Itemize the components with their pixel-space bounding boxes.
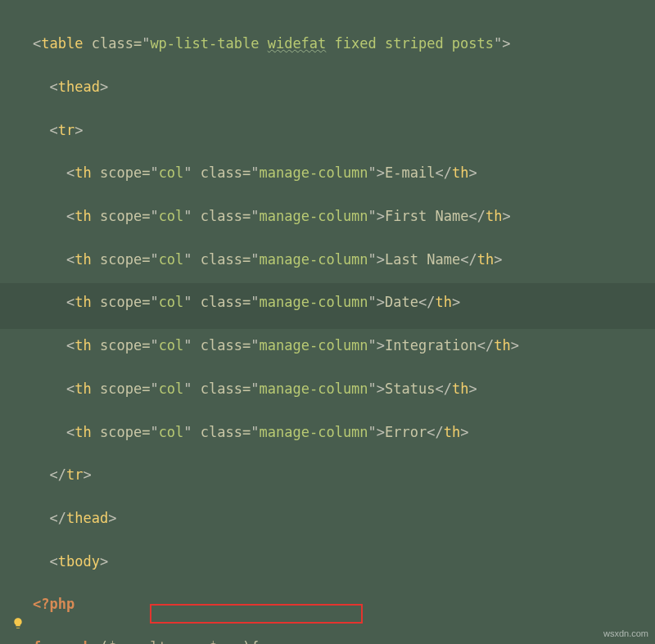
code-editor[interactable]: <table class="wp-list-table widefat fixe… — [33, 11, 655, 644]
watermark: wsxdn.com — [603, 627, 648, 641]
lightbulb-icon[interactable] — [11, 616, 25, 629]
code-token: table — [41, 35, 83, 52]
php-open-tag: <?php — [33, 596, 75, 612]
code-token: wp-list-table widefat fixed striped post… — [150, 35, 494, 52]
